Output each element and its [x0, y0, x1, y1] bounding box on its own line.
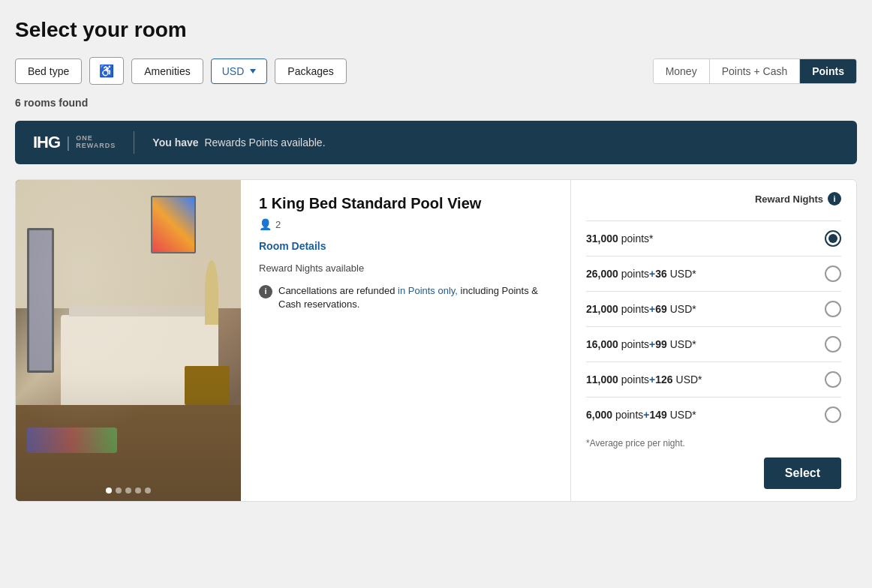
- price-text-2: 26,000 points+36 USD*: [586, 268, 696, 280]
- select-button[interactable]: Select: [764, 458, 841, 489]
- dot-2[interactable]: [116, 488, 122, 494]
- room-image: [16, 180, 241, 501]
- filter-left: Bed type ♿ Amenities USD Packages: [15, 57, 347, 85]
- ihg-logo: IHG | ONE REWARDS: [33, 133, 116, 152]
- room-capacity: 👤 2: [259, 218, 552, 230]
- room-info: 1 King Bed Standard Pool View 👤 2 Room D…: [241, 180, 571, 501]
- ihg-logo-text: IHG: [33, 133, 60, 152]
- money-toggle-btn[interactable]: Money: [654, 59, 710, 83]
- price-option-1[interactable]: 31,000 points*: [586, 220, 841, 256]
- chevron-down-icon: [250, 69, 256, 74]
- reward-nights-header: Reward Nights i: [586, 192, 841, 212]
- room-image-area: [16, 180, 241, 501]
- radio-inner-1: [828, 234, 837, 243]
- packages-filter[interactable]: Packages: [275, 58, 346, 84]
- person-icon: 👤: [259, 218, 272, 230]
- points-toggle-btn[interactable]: Points: [800, 59, 856, 83]
- divider-icon: |: [66, 134, 70, 152]
- page-title: Select your room: [15, 18, 857, 42]
- dot-3[interactable]: [125, 488, 131, 494]
- price-text-5: 11,000 points+126 USD*: [586, 374, 702, 386]
- price-option-3[interactable]: 21,000 points+69 USD*: [586, 291, 841, 326]
- room-details-link[interactable]: Room Details: [259, 240, 326, 252]
- radio-3[interactable]: [825, 301, 841, 317]
- accessibility-filter[interactable]: ♿: [89, 57, 124, 85]
- currency-label: USD: [222, 65, 245, 77]
- page-container: Select your room Bed type ♿ Amenities US…: [0, 0, 872, 588]
- amenities-filter[interactable]: Amenities: [131, 58, 203, 84]
- filter-bar: Bed type ♿ Amenities USD Packages Money …: [15, 57, 857, 85]
- radio-2[interactable]: [825, 266, 841, 282]
- banner-text: You have Rewards Points available.: [152, 136, 325, 148]
- price-option-5[interactable]: 11,000 points+126 USD*: [586, 362, 841, 397]
- dot-4[interactable]: [135, 488, 141, 494]
- pricing-panel: Reward Nights i 31,000 points* 26,000 po…: [571, 180, 856, 501]
- points-cash-toggle-btn[interactable]: Points + Cash: [710, 59, 801, 83]
- reward-nights-tag: Reward Nights available: [259, 262, 552, 274]
- currency-selector[interactable]: USD: [211, 58, 268, 84]
- reward-nights-info-icon[interactable]: i: [828, 192, 841, 206]
- price-text-6: 6,000 points+149 USD*: [586, 409, 696, 421]
- room-name: 1 King Bed Standard Pool View: [259, 195, 552, 212]
- room-overlay: [16, 180, 241, 501]
- radio-1[interactable]: [825, 230, 841, 247]
- rooms-count: 6 rooms found: [15, 97, 857, 109]
- radio-4[interactable]: [825, 336, 841, 352]
- ihg-logo-sub: ONE REWARDS: [76, 135, 116, 150]
- cancellation-info: i Cancellations are refunded in Points o…: [259, 284, 552, 311]
- image-dots: [106, 488, 151, 494]
- dot-5[interactable]: [145, 488, 151, 494]
- price-text-1: 31,000 points*: [586, 232, 654, 244]
- bed-type-filter[interactable]: Bed type: [15, 58, 82, 84]
- accessibility-icon: ♿: [99, 64, 114, 77]
- radio-6[interactable]: [825, 406, 841, 423]
- price-option-6[interactable]: 6,000 points+149 USD*: [586, 397, 841, 432]
- price-text-3: 21,000 points+69 USD*: [586, 303, 696, 315]
- payment-toggle: Money Points + Cash Points: [653, 58, 857, 84]
- radio-5[interactable]: [825, 371, 841, 388]
- room-card: 1 King Bed Standard Pool View 👤 2 Room D…: [15, 179, 857, 502]
- banner-divider: [134, 131, 134, 154]
- cancellation-text: Cancellations are refunded in Points onl…: [278, 284, 552, 311]
- info-icon: i: [259, 285, 272, 298]
- footnote: *Average price per night.: [586, 438, 841, 448]
- dot-1[interactable]: [106, 488, 112, 494]
- price-option-4[interactable]: 16,000 points+99 USD*: [586, 326, 841, 362]
- price-text-4: 16,000 points+99 USD*: [586, 338, 696, 350]
- ihg-banner: IHG | ONE REWARDS You have Rewards Point…: [15, 121, 857, 164]
- price-option-2[interactable]: 26,000 points+36 USD*: [586, 256, 841, 291]
